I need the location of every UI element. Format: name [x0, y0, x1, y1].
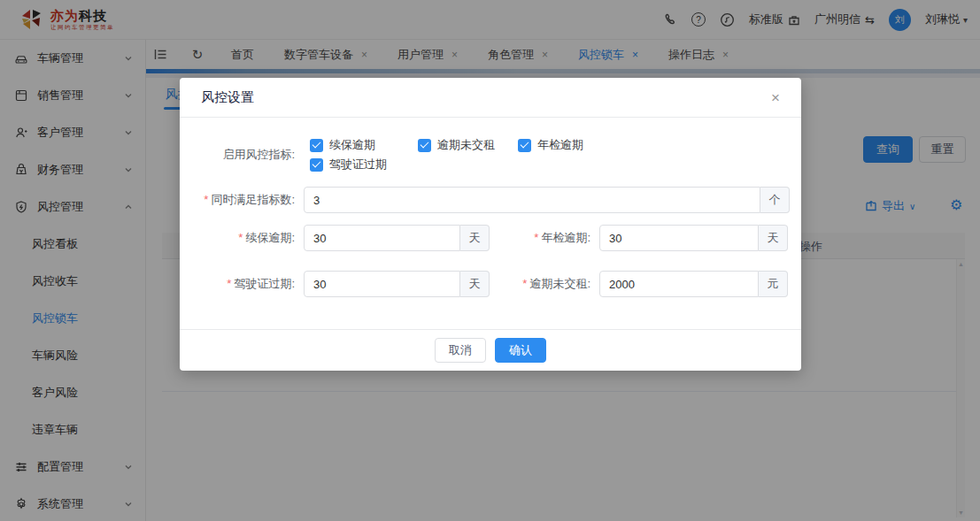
- modal-body: 启用风控指标: 续保逾期 逾期未交租 年检逾期 驾驶证过期 同时满足指标数: 个…: [180, 118, 801, 297]
- app-screen: 亦为科技 让网约车管理更简单 ? 标准版: [0, 0, 980, 521]
- checkbox-checked-icon[interactable]: [310, 139, 323, 152]
- field-row-3: 驾驶证过期: 天 逾期未交租: 元: [190, 271, 791, 297]
- checkbox-checked-icon[interactable]: [518, 139, 531, 152]
- close-icon[interactable]: ×: [771, 90, 780, 105]
- license-unit: 天: [460, 271, 490, 297]
- indicator-row: 启用风控指标: 续保逾期 逾期未交租 年检逾期 驾驶证过期: [190, 135, 602, 174]
- license-field-label: 驾驶证过期:: [190, 271, 295, 297]
- modal-title: 风控设置: [201, 89, 254, 106]
- checkbox-license-expired[interactable]: 驾驶证过期: [310, 155, 418, 174]
- checkbox-checked-icon[interactable]: [418, 139, 431, 152]
- indicator-label: 启用风控指标:: [190, 145, 295, 165]
- checkbox-rent-overdue[interactable]: 逾期未交租: [418, 135, 518, 155]
- modal-footer: 取消 确认: [180, 329, 801, 371]
- rent-unit: 元: [759, 271, 788, 297]
- renewal-unit: 天: [460, 225, 490, 251]
- checkbox-inspection-overdue[interactable]: 年检逾期: [518, 135, 598, 155]
- count-input[interactable]: [304, 187, 760, 213]
- count-field-label: 同时满足指标数:: [190, 187, 295, 213]
- indicator-checkbox-group: 续保逾期 逾期未交租 年检逾期 驾驶证过期: [310, 135, 602, 174]
- renewal-field-label: 续保逾期:: [190, 225, 295, 251]
- inspection-input[interactable]: [599, 225, 759, 251]
- count-field-row: 同时满足指标数: 个: [190, 187, 791, 213]
- count-unit: 个: [760, 187, 790, 213]
- inspection-unit: 天: [759, 225, 788, 251]
- field-row-2: 续保逾期: 天 年检逾期: 天: [190, 225, 791, 251]
- checkbox-renewal-overdue[interactable]: 续保逾期: [310, 135, 418, 155]
- license-field: 天: [304, 271, 490, 297]
- rent-input[interactable]: [599, 271, 759, 297]
- renewal-input[interactable]: [304, 225, 460, 251]
- cancel-button[interactable]: 取消: [435, 338, 486, 363]
- modal-header: 风控设置 ×: [180, 78, 801, 118]
- checkbox-checked-icon[interactable]: [310, 158, 323, 172]
- rent-field: 元: [599, 271, 788, 297]
- confirm-button[interactable]: 确认: [495, 338, 546, 363]
- rent-field-label: 逾期未交租:: [490, 271, 590, 297]
- renewal-field: 天: [304, 225, 490, 251]
- risk-settings-modal: 风控设置 × 启用风控指标: 续保逾期 逾期未交租 年检逾期 驾驶证过期 同时满…: [180, 78, 801, 371]
- license-input[interactable]: [304, 271, 460, 297]
- inspection-field-label: 年检逾期:: [490, 225, 590, 251]
- count-field: 个: [304, 187, 790, 213]
- inspection-field: 天: [599, 225, 788, 251]
